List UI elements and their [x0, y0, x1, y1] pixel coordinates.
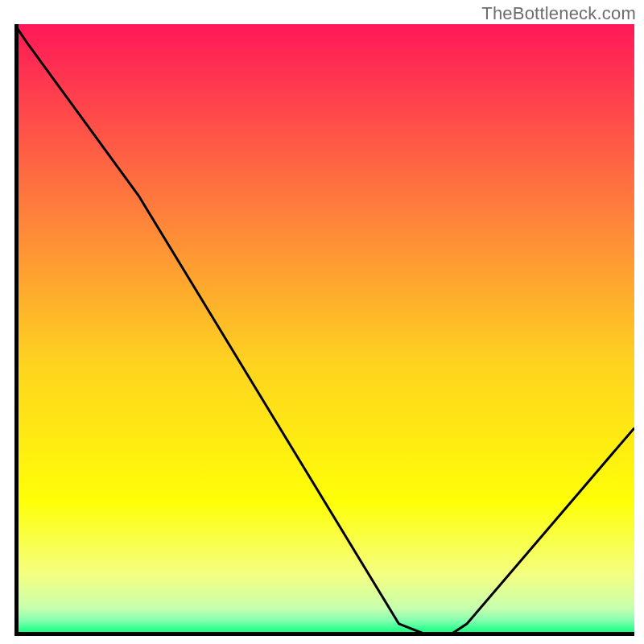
chart-plot-area [14, 24, 634, 636]
watermark-text: TheBottleneck.com [481, 3, 636, 24]
chart-svg [14, 24, 634, 636]
chart-background-gradient [14, 24, 634, 636]
